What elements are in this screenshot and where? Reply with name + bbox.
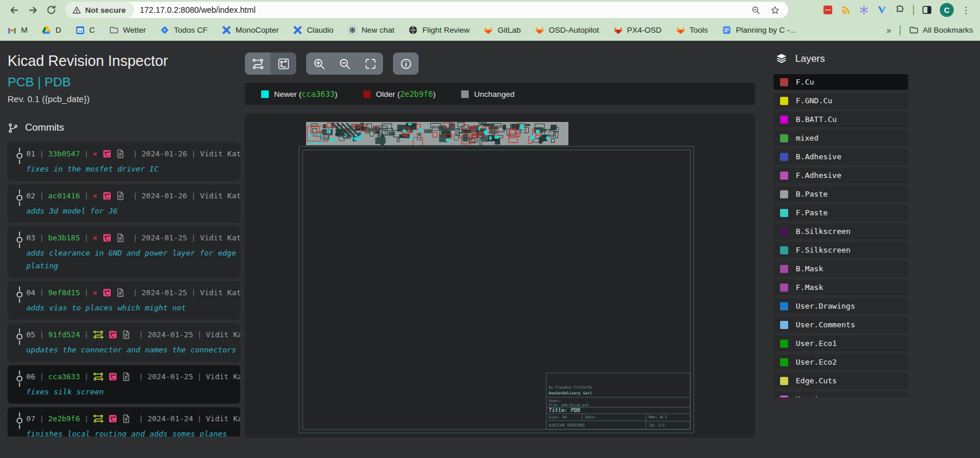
menu-kebab-icon[interactable]: ⋮ bbox=[961, 5, 971, 16]
schematic-mode-button[interactable] bbox=[245, 53, 271, 75]
bookmark-star-icon[interactable] bbox=[770, 5, 780, 15]
commit-row[interactable]: 03| be3b185| ✕ | 2024-01-25| Vidit Kat a… bbox=[8, 226, 240, 278]
commit-hash[interactable]: cca3633 bbox=[48, 372, 80, 381]
commit-row[interactable]: 05| 91fd524| | 2024-01-25| Vidit Kat upd… bbox=[8, 323, 240, 362]
zoom-out-icon bbox=[338, 57, 352, 71]
security-chip[interactable]: Not secure bbox=[65, 2, 134, 18]
pcb-diff-icon[interactable] bbox=[108, 414, 118, 424]
layer-row-mixed[interactable]: mixed bbox=[774, 130, 908, 146]
nav-link-pdb[interactable]: PDB bbox=[44, 75, 71, 89]
pcb-canvas[interactable]: by Claudio Fritsche OneSecDelivery Sarl … bbox=[245, 114, 755, 438]
bookmark-tools[interactable]: Tools bbox=[676, 25, 708, 35]
layer-row-f-silkscreen[interactable]: F.Silkscreen bbox=[774, 242, 908, 258]
adblock-extension-icon[interactable] bbox=[823, 5, 833, 15]
layer-row-user-eco1[interactable]: User.Eco1 bbox=[774, 335, 908, 351]
profile-avatar[interactable]: C bbox=[940, 3, 954, 17]
bookmark-px4-osd[interactable]: PX4-OSD bbox=[613, 25, 662, 35]
bookmark-monocopter[interactable]: MonoCopter bbox=[222, 25, 279, 35]
layer-row-f-mask[interactable]: F.Mask bbox=[774, 279, 908, 295]
commit-row[interactable]: 06| cca3633| | 2024-01-25| Vidit Kat fix… bbox=[8, 365, 240, 404]
asterisk-extension-icon[interactable] bbox=[859, 5, 869, 15]
commit-date: 2024-01-25 bbox=[147, 372, 193, 381]
schematic-diff-icon[interactable] bbox=[116, 233, 125, 243]
reload-icon[interactable] bbox=[43, 2, 59, 18]
pcb-diff-icon[interactable] bbox=[102, 191, 112, 201]
bookmark-claudio[interactable]: Claudio bbox=[293, 25, 333, 35]
fit-screen-icon bbox=[364, 57, 377, 71]
bookmark-todos-cf[interactable]: Todos CF bbox=[160, 25, 208, 35]
removed-x-icon: ✕ bbox=[93, 191, 97, 200]
back-icon[interactable] bbox=[6, 2, 22, 18]
commit-hash[interactable]: 91fd524 bbox=[48, 330, 80, 339]
url-text[interactable]: 172.17.0.2:8080/web/index.html bbox=[140, 5, 751, 15]
commit-hash[interactable]: ac01416 bbox=[48, 191, 80, 200]
bookmark-label: New chat bbox=[361, 26, 394, 34]
bookmarks-overflow-chevron[interactable]: » bbox=[886, 25, 891, 35]
layer-row-b-paste[interactable]: B.Paste bbox=[774, 186, 908, 202]
layer-row-margins[interactable]: Margins bbox=[774, 391, 908, 397]
pcb-icon bbox=[277, 57, 290, 71]
all-bookmarks-button[interactable]: All Bookmarks bbox=[909, 25, 973, 35]
bookmark-planning-by-c[interactable]: Planning by C -... bbox=[722, 25, 796, 35]
bookmark-c[interactable]: 19C bbox=[75, 25, 95, 35]
pcb-diff-icon[interactable] bbox=[108, 372, 118, 382]
bookmark-flight-review[interactable]: Flight Review bbox=[408, 25, 469, 35]
zoom-page-icon[interactable] bbox=[751, 5, 761, 15]
commit-row[interactable]: 01| 33b0547| ✕ | 2024-01-26| Vidit Kat f… bbox=[8, 142, 240, 181]
bookmark-m[interactable]: M bbox=[7, 25, 27, 35]
bookmark-wetter[interactable]: Wetter bbox=[109, 25, 146, 35]
zoom-out-button[interactable] bbox=[332, 53, 357, 75]
git-commit-icon bbox=[12, 286, 26, 314]
revision-label: Rev. 0.1 ({pcb_date}) bbox=[8, 94, 245, 104]
schematic-diff-icon[interactable] bbox=[122, 330, 131, 340]
svg-text:19: 19 bbox=[78, 29, 82, 33]
bookmark-label: M bbox=[21, 26, 27, 34]
rss-extension-icon[interactable] bbox=[841, 5, 851, 15]
info-button[interactable] bbox=[393, 53, 419, 75]
pcb-board-preview[interactable] bbox=[306, 122, 568, 146]
url-bar[interactable]: Not secure 172.17.0.2:8080/web/index.htm… bbox=[65, 2, 788, 18]
layer-row-b-adhesive[interactable]: B.Adhesive bbox=[774, 149, 908, 165]
layer-row-f-paste[interactable]: F.Paste bbox=[774, 205, 908, 221]
commit-hash[interactable]: 2e2b9f6 bbox=[48, 414, 80, 423]
layer-row-user-eco2[interactable]: User.Eco2 bbox=[774, 354, 908, 370]
schematic-diff-icon[interactable] bbox=[116, 191, 125, 201]
bookmark-gitlab[interactable]: GitLab bbox=[483, 25, 521, 35]
zoom-fit-button[interactable] bbox=[357, 53, 383, 75]
commit-row[interactable]: 02| ac01416| ✕ | 2024-01-26| Vidit Kat a… bbox=[8, 184, 240, 223]
commit-hash[interactable]: 9ef8d15 bbox=[48, 288, 80, 297]
layer-row-b-batt-cu[interactable]: B.BATT.Cu bbox=[774, 111, 908, 127]
schematic-diff-icon[interactable] bbox=[122, 372, 131, 382]
bookmark-osd-autopilot[interactable]: OSD-Autopilot bbox=[535, 25, 599, 35]
bookmark-new-chat[interactable]: New chat bbox=[347, 25, 394, 35]
bookmark-d[interactable]: D bbox=[41, 25, 61, 35]
pcb-diff-icon[interactable] bbox=[102, 149, 112, 159]
nav-link-pcb[interactable]: PCB bbox=[8, 75, 34, 89]
layer-row-user-drawings[interactable]: User.Drawings bbox=[774, 298, 908, 314]
layer-row-user-comments[interactable]: User.Comments bbox=[774, 317, 908, 333]
extensions-puzzle-icon[interactable] bbox=[895, 5, 905, 15]
svg-text:by Claudio Fritsche: by Claudio Fritsche bbox=[549, 385, 592, 390]
forward-icon[interactable] bbox=[24, 2, 41, 18]
v-extension-icon[interactable] bbox=[877, 5, 887, 15]
side-panel-icon[interactable] bbox=[922, 5, 932, 15]
bookmark-label: Planning by C -... bbox=[736, 26, 796, 34]
pcb-diff-icon[interactable] bbox=[102, 288, 112, 298]
pcb-diff-icon[interactable] bbox=[108, 330, 118, 340]
commit-hash[interactable]: 33b0547 bbox=[48, 149, 80, 158]
pcb-mode-button[interactable] bbox=[271, 53, 296, 75]
schematic-diff-icon[interactable] bbox=[116, 149, 125, 159]
pcb-diff-icon[interactable] bbox=[102, 233, 112, 243]
layer-row-b-silkscreen[interactable]: B.Silkscreen bbox=[774, 223, 908, 239]
layer-row-f-gnd-cu[interactable]: F.GND.Cu bbox=[774, 93, 908, 109]
commit-row[interactable]: 07| 2e2b9f6| | 2024-01-24| Vidit Kat fin… bbox=[8, 407, 240, 436]
layer-row-f-cu[interactable]: F.Cu bbox=[774, 74, 908, 90]
schematic-diff-icon[interactable] bbox=[122, 414, 131, 424]
layer-row-b-mask[interactable]: B.Mask bbox=[774, 261, 908, 277]
layer-row-f-adhesive[interactable]: F.Adhesive bbox=[774, 167, 908, 183]
commit-row[interactable]: 04| 9ef8d15| ✕ | 2024-01-25| Vidit Kat a… bbox=[8, 281, 240, 320]
layer-row-edge-cuts[interactable]: Edge.Cuts bbox=[774, 373, 908, 389]
schematic-diff-icon[interactable] bbox=[116, 288, 125, 298]
commit-hash[interactable]: be3b185 bbox=[48, 233, 80, 242]
zoom-in-button[interactable] bbox=[306, 53, 332, 75]
